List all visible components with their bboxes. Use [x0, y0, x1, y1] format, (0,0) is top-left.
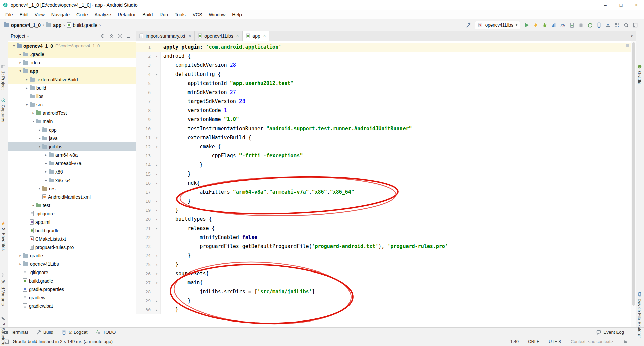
fold-end-icon[interactable]: ▴ [153, 260, 160, 269]
debug-icon[interactable] [542, 22, 547, 28]
menu-refactor[interactable]: Refactor [114, 12, 139, 17]
editor-scrollbar[interactable] [631, 41, 636, 327]
stop-icon[interactable] [578, 22, 584, 28]
status-crlf[interactable]: CRLF [528, 339, 539, 344]
tree-item-opencv41libs[interactable]: ▸opencv41Libs [8, 260, 136, 268]
tab-close-icon[interactable]: × [263, 33, 266, 38]
chevron-down-icon[interactable]: ▾ [24, 103, 30, 106]
code-line-12[interactable]: 12▾ cmake { [136, 142, 636, 151]
code-line-22[interactable]: 22 minifyEnabled false [136, 233, 636, 242]
tree-item-cmakelists-txt[interactable]: CMakeLists.txt [8, 235, 136, 243]
fold-end-icon[interactable]: ▴ [153, 169, 160, 179]
tree-item-gradlew-bat[interactable]: gradlew.bat [8, 302, 136, 310]
code-line-19[interactable]: 19▴ } [136, 206, 636, 215]
fold-collapse-icon[interactable]: ▾ [153, 70, 160, 79]
code-line-10[interactable]: 10 testInstrumentationRunner "android.su… [136, 124, 636, 133]
editor-tab-app[interactable]: app× [243, 31, 269, 41]
toolstrip-device-file-explorer[interactable]: Device File Explorer [637, 292, 642, 338]
fold-collapse-icon[interactable]: ▾ [153, 224, 160, 233]
toolwindow-tab-6-logcat[interactable]: 6: Logcat [61, 330, 88, 335]
tree-item-app-iml[interactable]: app.iml [8, 218, 136, 226]
toolwindow-tab-terminal[interactable]: Terminal [3, 330, 28, 335]
chevron-right-icon[interactable]: ▸ [24, 86, 30, 90]
tree-item-gradle[interactable]: ▸.gradle [8, 50, 136, 58]
sync-icon[interactable] [587, 22, 593, 28]
menu-build[interactable]: Build [139, 12, 156, 17]
project-structure-icon[interactable] [614, 22, 620, 28]
menu-tools[interactable]: Tools [171, 12, 189, 17]
chevron-down-icon[interactable]: ▾ [11, 44, 17, 48]
code-line-11[interactable]: 11▾ externalNativeBuild { [136, 133, 636, 142]
scrollbar-thumb[interactable] [632, 42, 635, 306]
coverage-icon[interactable] [560, 22, 566, 28]
code-line-27[interactable]: 27▾ main{ [136, 278, 636, 287]
fold-end-icon[interactable]: ▴ [153, 206, 160, 215]
project-view-dropdown-icon[interactable]: ▾ [27, 34, 29, 38]
fold-end-icon[interactable]: ▴ [153, 160, 160, 169]
tree-item-proguard-rules-pro[interactable]: proguard-rules.pro [8, 243, 136, 251]
tree-item-armeabi-v7a[interactable]: ▸armeabi-v7a [8, 159, 136, 167]
code-line-5[interactable]: 5 applicationId "app.userhu2012.test" [136, 79, 636, 88]
code-line-14[interactable]: 14▴ } [136, 160, 636, 169]
tree-item-res[interactable]: ▸res [8, 184, 136, 193]
tree-item-androidtest[interactable]: ▸androidTest [8, 109, 136, 117]
fold-end-icon[interactable]: ▴ [153, 296, 160, 305]
chevron-right-icon[interactable]: ▸ [43, 178, 49, 182]
chevron-right-icon[interactable]: ▸ [37, 187, 42, 190]
menu-analyze[interactable]: Analyze [91, 12, 115, 17]
tab-close-icon[interactable]: × [189, 33, 191, 38]
code-area[interactable]: 1apply plugin: 'com.android.application'… [136, 43, 636, 314]
code-line-9[interactable]: 9 versionName "1.0" [136, 115, 636, 124]
code-line-20[interactable]: 20▾ buildTypes { [136, 215, 636, 224]
toolstrip-build-variants[interactable]: Build Variants [1, 273, 6, 306]
tree-item-main[interactable]: ▾main [8, 117, 136, 126]
chevron-right-icon[interactable]: ▸ [37, 128, 42, 132]
fold-collapse-icon[interactable]: ▾ [153, 215, 160, 224]
tree-item-gitignore[interactable]: .gitignore [8, 209, 136, 218]
menu-edit[interactable]: Edit [16, 12, 31, 17]
toolstrip-1-project[interactable]: 1: Project [1, 64, 6, 90]
tree-item-test[interactable]: ▸test [8, 201, 136, 209]
tree-item-src[interactable]: ▾src [8, 100, 136, 109]
code-line-24[interactable]: 24▴ } [136, 251, 636, 260]
chevron-right-icon[interactable]: ▸ [37, 136, 42, 140]
code-line-8[interactable]: 8 versionCode 1 [136, 106, 636, 115]
chevron-right-icon[interactable]: ▸ [31, 203, 36, 207]
fold-end-icon[interactable]: ▴ [153, 197, 160, 206]
code-line-7[interactable]: 7 targetSdkVersion 28 [136, 97, 636, 106]
code-line-16[interactable]: 16▾ ndk{ [136, 179, 636, 188]
code-line-1[interactable]: 1apply plugin: 'com.android.application' [136, 43, 636, 52]
fold-end-icon[interactable]: ▴ [153, 251, 160, 260]
toolstrip-7-structure[interactable]: 7: Structure [1, 316, 6, 345]
menu-window[interactable]: Window [206, 12, 229, 17]
chevron-down-icon[interactable]: ▾ [31, 119, 36, 123]
search-everywhere-icon[interactable] [624, 22, 629, 28]
tree-item-androidmanifest-xml[interactable]: AndroidManifest.xml [8, 193, 136, 201]
toolstrip-gradle[interactable]: Gradle [637, 64, 642, 84]
tab-close-icon[interactable]: × [236, 33, 239, 38]
tree-item-build-gradle[interactable]: build.gradle [8, 226, 136, 235]
status-1-40[interactable]: 1:40 [510, 339, 519, 344]
fold-collapse-icon[interactable]: ▾ [153, 52, 160, 61]
fold-collapse-icon[interactable]: ▾ [153, 269, 160, 278]
breadcrumb-item-opencv4-1-0[interactable]: opencv4_1_0 [4, 22, 41, 28]
code-line-6[interactable]: 6 minSdkVersion 27 [136, 88, 636, 97]
profiler-icon[interactable] [551, 22, 556, 28]
menu-code[interactable]: Code [73, 12, 91, 17]
chevron-down-icon[interactable]: ▾ [18, 69, 23, 73]
tree-item-build-gradle[interactable]: build.gradle [8, 277, 136, 285]
chevron-right-icon[interactable]: ▸ [43, 153, 49, 157]
toolwindow-tab-event-log[interactable]: Event Log [596, 330, 624, 335]
code-line-28[interactable]: 28 jniLibs.srcDirs = ['src/main/jniLibs'… [136, 287, 636, 296]
attach-debugger-icon[interactable] [569, 22, 575, 28]
chevron-right-icon[interactable]: ▸ [24, 78, 30, 81]
tree-item-opencv4-1-0[interactable]: ▾opencv4_1_0E:\codes\opencv4_1_0 [8, 42, 136, 50]
minimize-button[interactable]: – [598, 0, 613, 10]
tree-item-java[interactable]: ▸java [8, 134, 136, 142]
code-line-4[interactable]: 4▾ defaultConfig { [136, 70, 636, 79]
breadcrumb-item-build-gradle[interactable]: build.gradle [67, 22, 97, 28]
editor-tab-import-summary-txt[interactable]: import-summary.txt× [136, 31, 195, 41]
tree-item-idea[interactable]: ▸.idea [8, 58, 136, 67]
avd-manager-icon[interactable] [596, 22, 602, 28]
code-line-25[interactable]: 25▴ } [136, 260, 636, 269]
